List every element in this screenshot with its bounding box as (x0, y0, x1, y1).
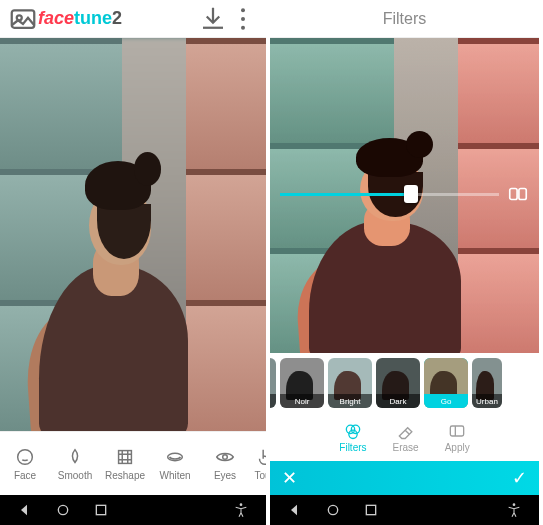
nav-home[interactable] (44, 502, 82, 518)
brand-face: face (38, 8, 74, 29)
screen-filters: Filters le Noir Bright Dark Go Urban Fil… (270, 0, 539, 525)
screen-editor: facetune2 Face Smooth Reshape (0, 0, 270, 525)
thumb-label: Noir (280, 394, 324, 408)
cancel-button[interactable]: ✕ (282, 469, 297, 487)
svg-rect-13 (519, 189, 526, 200)
svg-rect-6 (119, 451, 132, 464)
filter-thumbs: le Noir Bright Dark Go Urban (270, 353, 539, 413)
tool-label: Face (14, 470, 36, 481)
nav-back[interactable] (276, 502, 314, 518)
thumb-label: Dark (376, 394, 420, 408)
svg-rect-12 (510, 189, 517, 200)
svg-point-11 (240, 503, 243, 506)
svg-point-9 (58, 505, 67, 514)
compare-icon[interactable] (507, 183, 529, 205)
svg-point-15 (351, 425, 359, 433)
brand-two: 2 (112, 8, 122, 29)
tool-label: Touc (254, 470, 266, 481)
export-icon[interactable] (198, 4, 228, 34)
nav-back[interactable] (6, 502, 44, 518)
svg-rect-19 (366, 505, 375, 514)
action-label: Erase (393, 442, 419, 453)
tool-eyes[interactable]: Eyes (200, 446, 250, 481)
intensity-slider-bar (270, 183, 539, 205)
tool-smooth[interactable]: Smooth (50, 446, 100, 481)
thumb-label: Urban (472, 394, 502, 408)
tool-label: Reshape (105, 470, 145, 481)
brand-tune: tune (74, 8, 112, 29)
action-label: Apply (445, 442, 470, 453)
thumb-label: Go (424, 394, 468, 408)
filter-thumb-urban[interactable]: Urban (472, 358, 502, 408)
gallery-icon[interactable] (8, 4, 38, 34)
confirm-button[interactable]: ✓ (512, 469, 527, 487)
nav-recent[interactable] (352, 502, 390, 518)
tool-label: Smooth (58, 470, 92, 481)
page-title: Filters (383, 10, 427, 28)
tool-whiten[interactable]: Whiten (150, 446, 200, 481)
tool-face[interactable]: Face (0, 446, 50, 481)
action-apply[interactable]: Apply (445, 421, 470, 453)
action-label: Filters (339, 442, 366, 453)
action-erase[interactable]: Erase (393, 421, 419, 453)
topbar-right: Filters (270, 0, 539, 38)
nav-accessibility-icon[interactable] (222, 502, 260, 518)
nav-home[interactable] (314, 502, 352, 518)
photo-canvas[interactable] (0, 38, 266, 431)
filter-thumb-gold[interactable]: Go (424, 358, 468, 408)
brand-logo: facetune2 (38, 8, 122, 29)
tool-row: Face Smooth Reshape Whiten Eyes Touc (0, 431, 266, 495)
svg-point-8 (223, 455, 228, 460)
filter-thumb-noir[interactable]: Noir (280, 358, 324, 408)
tool-reshape[interactable]: Reshape (100, 446, 150, 481)
android-navbar (0, 495, 266, 525)
more-icon[interactable] (228, 4, 258, 34)
filter-thumb-le[interactable]: le (270, 358, 276, 408)
svg-point-18 (328, 505, 337, 514)
action-filters[interactable]: Filters (339, 421, 366, 453)
thumb-label: Bright (328, 394, 372, 408)
topbar-left: facetune2 (0, 0, 266, 38)
confirm-bar: ✕ ✓ (270, 461, 539, 495)
tool-touch[interactable]: Touc (250, 446, 266, 481)
android-navbar (270, 495, 539, 525)
nav-accessibility-icon[interactable] (495, 502, 533, 518)
thumb-label: le (270, 394, 276, 408)
svg-rect-17 (451, 426, 464, 436)
slider-knob[interactable] (404, 185, 418, 203)
nav-recent[interactable] (82, 502, 120, 518)
filter-thumb-bright[interactable]: Bright (328, 358, 372, 408)
svg-point-5 (18, 450, 33, 465)
intensity-slider[interactable] (280, 193, 499, 196)
filter-thumb-dark[interactable]: Dark (376, 358, 420, 408)
photo-canvas-filtered[interactable] (270, 38, 539, 353)
svg-point-16 (349, 430, 357, 438)
tool-label: Eyes (214, 470, 236, 481)
action-row: Filters Erase Apply (270, 413, 539, 461)
svg-rect-10 (96, 505, 105, 514)
svg-point-20 (513, 503, 516, 506)
svg-point-4 (241, 25, 245, 29)
svg-point-3 (241, 17, 245, 21)
tool-label: Whiten (159, 470, 190, 481)
svg-point-2 (241, 8, 245, 12)
